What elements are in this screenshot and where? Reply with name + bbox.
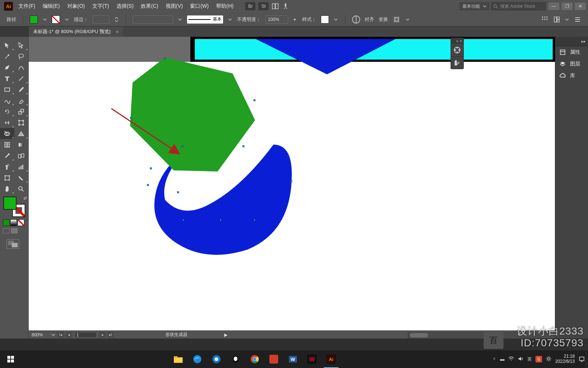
panel-libraries[interactable]: 库	[555, 70, 588, 82]
document-tab-close[interactable]: ×	[116, 29, 119, 35]
isolate-icon[interactable]	[392, 15, 401, 24]
column-graph-tool[interactable]	[14, 161, 29, 172]
taskbar-explorer[interactable]	[169, 350, 188, 368]
canvas-area[interactable]: «× 800% I◂ ◂ 1 ▸ ▸I 形状生成器 ▶	[29, 37, 555, 339]
vw-drop[interactable]	[178, 15, 183, 24]
brush-definition[interactable]: 基本	[187, 15, 223, 24]
selection-handle[interactable]	[182, 219, 184, 221]
selection-handle[interactable]	[254, 219, 255, 221]
tray-chevron-icon[interactable]: ＾	[492, 356, 496, 362]
selection-tool[interactable]	[0, 40, 14, 51]
color-mode-gradient[interactable]	[10, 219, 17, 226]
taskbar-wps[interactable]: W	[302, 350, 322, 368]
artboard[interactable]	[29, 37, 555, 331]
stroke-weight-field[interactable]	[93, 15, 110, 24]
selection-handle[interactable]	[243, 145, 244, 147]
hand-tool[interactable]	[0, 183, 14, 194]
align-label[interactable]: 对齐	[365, 16, 374, 23]
nav-first[interactable]: I◂	[57, 332, 64, 338]
right-panel-header[interactable]: ▸▸	[555, 37, 588, 46]
shape-builder-tool[interactable]	[0, 128, 14, 139]
window-close[interactable]: ✕	[575, 3, 586, 10]
transform-drop[interactable]	[405, 15, 410, 24]
transform-label[interactable]: 变换	[379, 16, 388, 23]
panel-layers[interactable]: 图层	[555, 58, 588, 70]
fill-swatch[interactable]	[30, 15, 38, 24]
eyedropper-tool[interactable]	[0, 150, 14, 161]
tray-ime-lang[interactable]: 英	[527, 356, 532, 362]
taskbar-word[interactable]: W	[283, 350, 302, 368]
paintbrush-tool[interactable]	[14, 84, 29, 95]
zoom-level[interactable]: 800%	[29, 332, 51, 337]
taskbar-app-blue[interactable]	[207, 350, 226, 368]
selection-handle[interactable]	[177, 191, 179, 193]
free-transform-tool[interactable]	[14, 117, 29, 128]
selection-handle[interactable]	[290, 180, 292, 182]
pen-tool[interactable]	[0, 62, 14, 73]
panel-collapse-icon[interactable]: «	[456, 39, 459, 43]
doclayout-icon[interactable]	[553, 15, 561, 24]
status-play-icon[interactable]: ▶	[224, 332, 227, 337]
rotate-tool[interactable]	[0, 106, 14, 117]
tray-ime-icon[interactable]: S	[535, 356, 542, 362]
slice-tool[interactable]	[14, 172, 29, 183]
nav-last[interactable]: ▸I	[107, 332, 114, 338]
color-mode-solid[interactable]	[3, 219, 10, 226]
menu-view[interactable]: 视图(V)	[162, 0, 187, 13]
panel-close-icon[interactable]: ×	[460, 39, 462, 43]
scale-tool[interactable]	[14, 106, 29, 117]
notifications-icon[interactable]	[578, 350, 586, 368]
type-tool[interactable]	[0, 73, 14, 84]
opacity-field[interactable]: 100%	[265, 15, 288, 24]
tray-battery-icon[interactable]: ▬	[500, 357, 505, 362]
menu-effect[interactable]: 效果(C)	[137, 0, 162, 13]
align-to-icon[interactable]	[541, 15, 549, 24]
selection-handle[interactable]	[147, 184, 149, 186]
mesh-tool[interactable]	[0, 139, 14, 150]
perspective-grid-tool[interactable]	[14, 128, 29, 139]
magic-wand-tool[interactable]	[0, 51, 14, 62]
tray-wifi-icon[interactable]	[508, 356, 514, 362]
stroke-dropdown[interactable]	[64, 15, 69, 24]
swap-fill-stroke-icon[interactable]: ⇄	[24, 196, 27, 201]
swatches-panel-icon[interactable]	[451, 56, 463, 69]
menu-object[interactable]: 对象(O)	[64, 0, 89, 13]
zoom-tool[interactable]	[14, 183, 29, 194]
brush-drop[interactable]	[227, 15, 233, 24]
window-maximize[interactable]: ❐	[562, 3, 573, 10]
taskbar-chrome[interactable]	[245, 350, 264, 368]
nav-next[interactable]: ▸	[99, 332, 106, 338]
color-mode-none[interactable]	[18, 219, 24, 226]
selection-handle[interactable]	[164, 57, 166, 59]
eraser-tool[interactable]	[14, 95, 29, 106]
color-panel-icon[interactable]	[451, 44, 463, 56]
taskbar-illustrator[interactable]: Ai	[322, 350, 341, 368]
fill-dropdown[interactable]	[42, 15, 47, 24]
recolor-icon[interactable]	[352, 15, 360, 24]
panel-properties[interactable]: 属性	[555, 46, 588, 58]
zoom-drop[interactable]	[51, 331, 56, 339]
taskbar-app-red[interactable]	[264, 350, 283, 368]
tray-volume-icon[interactable]	[518, 356, 524, 362]
width-tool[interactable]	[0, 117, 14, 128]
document-tab[interactable]: 未标题-1* @ 800% (RGB/GPU 预览) ×	[29, 26, 123, 37]
blend-tool[interactable]	[14, 150, 29, 161]
gpu-rocket-icon[interactable]	[282, 3, 289, 10]
selection-handle[interactable]	[150, 167, 152, 169]
doclayout-drop[interactable]	[564, 15, 570, 24]
screen-mode-normal[interactable]	[3, 228, 10, 233]
menu-type[interactable]: 文字(T)	[89, 0, 113, 13]
rectangle-tool[interactable]	[0, 84, 14, 95]
menu-file[interactable]: 文件(F)	[15, 0, 39, 13]
list-icon[interactable]	[573, 15, 581, 24]
direct-selection-tool[interactable]	[14, 40, 29, 51]
screen-mode-full[interactable]	[11, 228, 18, 233]
window-minimize[interactable]: ―	[548, 3, 559, 10]
arrange-docs-icon[interactable]	[272, 3, 279, 10]
stroke-swatch[interactable]	[52, 15, 60, 24]
selection-handle[interactable]	[220, 219, 222, 221]
line-tool[interactable]	[14, 73, 29, 84]
taskbar-clock[interactable]: 21:18 2022/6/13	[555, 354, 578, 364]
workspace-switcher[interactable]: 基本功能	[459, 2, 490, 10]
menu-help[interactable]: 帮助(H)	[212, 0, 237, 13]
